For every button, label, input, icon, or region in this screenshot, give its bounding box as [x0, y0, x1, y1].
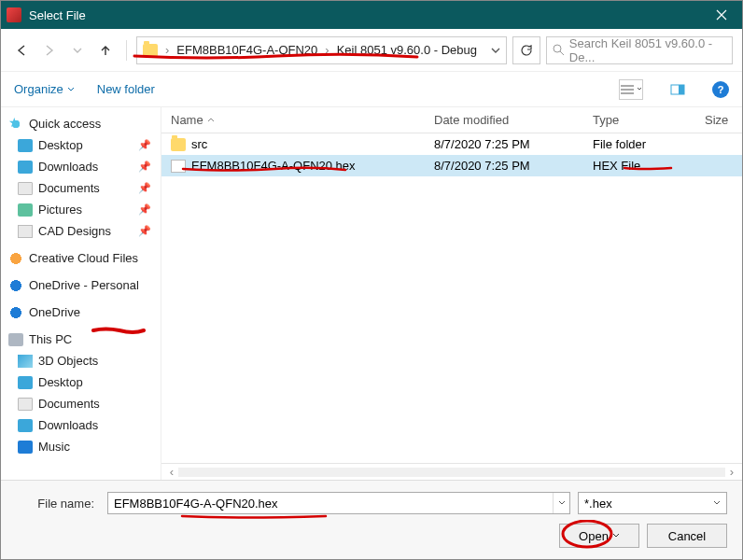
refresh-button[interactable]	[512, 36, 540, 64]
arrow-left-icon	[15, 44, 28, 57]
file-date: 8/7/2020 7:25 PM	[434, 159, 593, 173]
onedrive-icon	[8, 306, 23, 319]
filename-field[interactable]	[107, 492, 570, 514]
file-dialog: Select File › EFM8BB10F4G-A-QFN20 › Keil…	[0, 0, 743, 560]
sidebar-item-desktop[interactable]: Desktop📌	[1, 134, 161, 156]
sidebar-onedrive-personal[interactable]: OneDrive - Personal	[1, 274, 161, 296]
sidebar-item-documents[interactable]: Documents📌	[1, 177, 161, 199]
open-button[interactable]: Open	[559, 524, 639, 548]
app-icon	[7, 7, 21, 22]
recent-dropdown[interactable]	[66, 39, 89, 62]
body: Quick access Desktop📌 Downloads📌 Documen…	[1, 107, 742, 480]
creative-cloud-icon	[8, 252, 23, 265]
search-placeholder: Search Keil 8051 v9.60.0 - De...	[569, 36, 726, 64]
file-icon	[171, 160, 186, 173]
documents-icon	[18, 398, 33, 411]
file-rows: src8/7/2020 7:25 PMFile folderEFM8BB10F4…	[161, 133, 742, 463]
file-name: EFM8BB10F4G-A-QFN20.hex	[191, 159, 356, 173]
sidebar-item-cad[interactable]: CAD Designs📌	[1, 220, 161, 242]
desktop-icon	[18, 376, 33, 389]
organize-menu[interactable]: Organize	[14, 82, 75, 96]
folder-icon	[171, 138, 186, 151]
toolbar: Organize New folder ?	[1, 72, 742, 107]
help-button[interactable]: ?	[712, 81, 729, 98]
bottom-bar: File name: *.hex Open Cancel	[1, 480, 742, 559]
h-scrollbar[interactable]: ‹ ›	[161, 463, 742, 480]
col-name[interactable]: Name	[171, 113, 434, 127]
arrow-right-icon	[43, 44, 56, 57]
separator	[126, 40, 127, 61]
chevron-down-icon	[612, 532, 620, 539]
pc-icon	[8, 333, 23, 346]
view-mode-button[interactable]	[619, 79, 643, 100]
pin-icon: 📌	[138, 182, 151, 194]
back-button[interactable]	[10, 39, 33, 62]
chevron-down-icon	[637, 87, 642, 92]
list-icon	[620, 84, 635, 95]
filename-input[interactable]	[108, 497, 553, 511]
forward-button[interactable]	[38, 39, 61, 62]
nav-row: › EFM8BB10F4G-A-QFN20 › Keil 8051 v9.60.…	[1, 29, 742, 72]
documents-icon	[18, 182, 33, 195]
sidebar-creative-cloud[interactable]: Creative Cloud Files	[1, 247, 161, 269]
sidebar-item-downloads2[interactable]: Downloads	[1, 414, 161, 436]
downloads-icon	[18, 161, 33, 174]
address-bar[interactable]: › EFM8BB10F4G-A-QFN20 › Keil 8051 v9.60.…	[136, 36, 507, 64]
column-headers: Name Date modified Type Size	[161, 107, 742, 133]
filename-label: File name:	[16, 497, 100, 511]
pin-icon: 📌	[138, 139, 151, 151]
close-button[interactable]	[701, 1, 742, 29]
cancel-button[interactable]: Cancel	[647, 524, 727, 548]
sidebar-item-desktop2[interactable]: Desktop	[1, 371, 161, 393]
sidebar-onedrive[interactable]: OneDrive	[1, 301, 161, 323]
folder-icon	[143, 44, 158, 57]
preview-pane-button[interactable]	[666, 79, 690, 100]
file-date: 8/7/2020 7:25 PM	[434, 137, 593, 151]
sidebar-quick-access[interactable]: Quick access	[1, 113, 161, 134]
window-title: Select File	[29, 8, 701, 22]
breadcrumb-item[interactable]: Keil 8051 v9.60.0 - Debug	[337, 43, 477, 57]
scroll-left[interactable]: ‹	[165, 465, 178, 479]
filter-value: *.hex	[584, 497, 612, 511]
chevron-down-icon	[67, 86, 75, 93]
filter-select[interactable]: *.hex	[578, 492, 727, 514]
col-type[interactable]: Type	[593, 113, 705, 127]
up-button[interactable]	[94, 39, 117, 62]
crumb-sep: ›	[163, 43, 171, 57]
chevron-down-icon	[73, 46, 82, 55]
star-icon	[8, 118, 23, 131]
sidebar-item-documents2[interactable]: Documents	[1, 393, 161, 414]
sidebar-this-pc[interactable]: This PC	[1, 329, 161, 350]
crumb-sep: ›	[323, 43, 330, 57]
filename-dropdown[interactable]	[553, 493, 569, 513]
sidebar-item-music[interactable]: Music	[1, 436, 161, 457]
sidebar-item-pictures[interactable]: Pictures📌	[1, 199, 161, 220]
downloads-icon	[18, 419, 33, 432]
table-row[interactable]: src8/7/2020 7:25 PMFile folder	[161, 133, 742, 155]
desktop-icon	[18, 139, 33, 152]
sidebar-item-downloads[interactable]: Downloads📌	[1, 156, 161, 177]
cube-icon	[18, 355, 33, 368]
close-icon	[716, 9, 727, 21]
chevron-down-icon	[558, 499, 566, 507]
chevron-down-icon	[491, 46, 500, 55]
sidebar-item-3d[interactable]: 3D Objects	[1, 350, 161, 371]
refresh-icon	[520, 44, 533, 57]
search-input[interactable]: Search Keil 8051 v9.60.0 - De...	[546, 36, 733, 64]
titlebar: Select File	[1, 1, 742, 29]
scroll-right[interactable]: ›	[725, 465, 738, 479]
col-date[interactable]: Date modified	[434, 113, 593, 127]
address-dropdown[interactable]	[491, 46, 500, 55]
search-icon	[553, 44, 564, 56]
file-area: Name Date modified Type Size src8/7/2020…	[161, 107, 742, 480]
onedrive-icon	[8, 279, 23, 292]
pin-icon: 📌	[138, 161, 151, 173]
svg-rect-2	[679, 85, 684, 94]
table-row[interactable]: EFM8BB10F4G-A-QFN20.hex8/7/2020 7:25 PMH…	[161, 155, 742, 176]
scroll-track[interactable]	[178, 468, 725, 477]
file-type: File folder	[593, 137, 705, 151]
chevron-down-icon	[713, 499, 721, 507]
new-folder-button[interactable]: New folder	[97, 82, 155, 96]
col-size[interactable]: Size	[705, 113, 733, 127]
breadcrumb-item[interactable]: EFM8BB10F4G-A-QFN20	[176, 43, 317, 57]
